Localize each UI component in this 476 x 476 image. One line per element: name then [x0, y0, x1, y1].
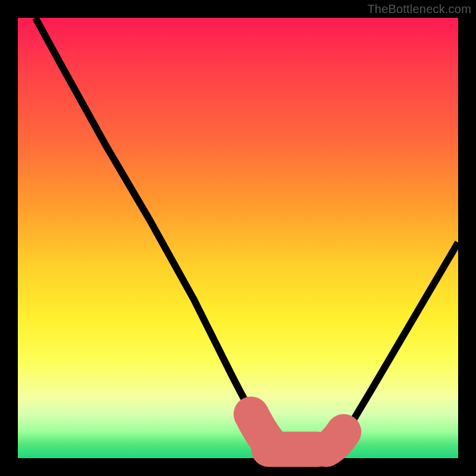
chart-frame: TheBottleneck.com [0, 0, 476, 476]
plot-area [18, 18, 458, 458]
curve-main [36, 18, 458, 454]
curve-layer [18, 18, 458, 458]
watermark-text: TheBottleneck.com [367, 2, 471, 16]
accent-right-dash [326, 432, 344, 450]
